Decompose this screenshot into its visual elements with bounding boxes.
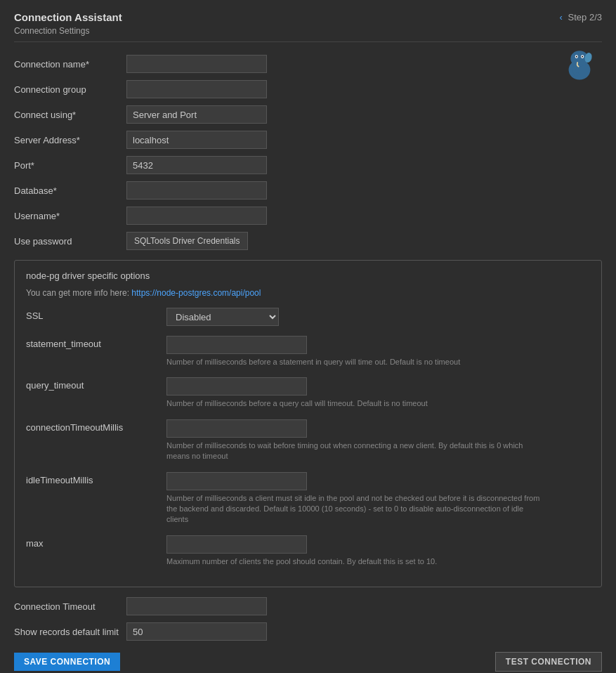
main-container: Connection Assistant ‹ Step 2/3 Connecti… — [0, 0, 616, 673]
connection-name-input[interactable] — [126, 55, 267, 73]
connection-timeout-label: Connection Timeout — [14, 601, 126, 612]
server-address-row: Server Address* — [14, 131, 602, 149]
header: Connection Assistant ‹ Step 2/3 — [14, 11, 602, 23]
idle-timeout-millis-input[interactable] — [166, 472, 307, 490]
max-input[interactable] — [166, 535, 307, 554]
idle-timeout-millis-hint: Number of milliseconds a client must sit… — [166, 493, 546, 525]
max-col: Maximum number of clients the pool shoul… — [166, 535, 437, 567]
max-label: max — [26, 535, 166, 549]
username-label: Username* — [14, 211, 126, 221]
connection-timeout-input[interactable] — [126, 597, 267, 615]
connection-timeout-millis-hint: Number of milliseconds to wait before ti… — [166, 440, 546, 462]
query-timeout-hint: Number of milliseconds before a query ca… — [166, 398, 428, 409]
form-area: Connection name* Connection group Connec… — [14, 55, 602, 672]
statement-timeout-input[interactable] — [166, 336, 307, 354]
driver-info-prefix: You can get more info here: — [26, 288, 131, 298]
statement-timeout-label: statement_timeout — [26, 336, 166, 349]
svg-point-4 — [576, 56, 577, 58]
statement-timeout-row: statement_timeout Number of milliseconds… — [26, 336, 590, 367]
svg-point-5 — [582, 56, 583, 58]
driver-info-link[interactable]: https://node-postgres.com/api/pool — [131, 288, 261, 298]
pg-logo — [560, 48, 602, 90]
database-row: Database* — [14, 181, 602, 200]
database-label: Database* — [14, 185, 126, 196]
back-arrow[interactable]: ‹ — [560, 12, 563, 22]
ssl-row: SSL Disabled Enabled — [26, 308, 590, 326]
query-timeout-col: Number of milliseconds before a query ca… — [166, 377, 428, 409]
connection-timeout-millis-label: connectionTimeoutMillis — [26, 419, 166, 433]
show-records-input[interactable] — [126, 622, 267, 641]
username-row: Username* — [14, 207, 602, 225]
database-input[interactable] — [126, 181, 267, 200]
connect-using-label: Connect using* — [14, 110, 126, 120]
connection-timeout-millis-col: Number of milliseconds to wait before ti… — [166, 419, 546, 462]
server-address-input[interactable] — [126, 131, 267, 149]
connection-group-input[interactable] — [126, 80, 267, 98]
connection-name-row: Connection name* — [14, 55, 602, 73]
connection-timeout-millis-row: connectionTimeoutMillis Number of millis… — [26, 419, 590, 462]
port-label: Port* — [14, 160, 126, 171]
connect-using-row: Connect using* — [14, 105, 602, 124]
connection-group-row: Connection group — [14, 80, 602, 98]
step-area: ‹ Step 2/3 — [560, 12, 602, 22]
show-records-row: Show records default limit — [14, 622, 602, 641]
step-indicator: Step 2/3 — [568, 12, 602, 22]
ssl-label: SSL — [26, 308, 166, 321]
connection-group-label: Connection group — [14, 84, 126, 95]
page-title: Connection Assistant — [14, 11, 122, 23]
query-timeout-row: query_timeout Number of milliseconds bef… — [26, 377, 590, 409]
ssl-select[interactable]: Disabled Enabled — [166, 308, 279, 326]
connection-timeout-millis-input[interactable] — [166, 419, 307, 438]
use-password-button[interactable]: SQLTools Driver Credentials — [126, 232, 248, 250]
subheader: Connection Settings — [14, 26, 602, 42]
connect-using-input[interactable] — [126, 105, 267, 124]
show-records-label: Show records default limit — [14, 627, 126, 637]
driver-options-title: node-pg driver specific options — [26, 270, 590, 281]
username-input[interactable] — [126, 207, 267, 225]
max-row: max Maximum number of clients the pool s… — [26, 535, 590, 567]
use-password-label: Use password — [14, 236, 126, 247]
port-row: Port* — [14, 156, 602, 174]
connection-name-label: Connection name* — [14, 59, 126, 70]
query-timeout-label: query_timeout — [26, 377, 166, 391]
idle-timeout-millis-row: idleTimeoutMillis Number of milliseconds… — [26, 472, 590, 525]
statement-timeout-hint: Number of milliseconds before a statemen… — [166, 357, 460, 367]
driver-options-box: node-pg driver specific options You can … — [14, 260, 602, 587]
idle-timeout-millis-label: idleTimeoutMillis — [26, 472, 166, 485]
statement-timeout-col: Number of milliseconds before a statemen… — [166, 336, 460, 367]
server-address-label: Server Address* — [14, 135, 126, 145]
port-input[interactable] — [126, 156, 267, 174]
save-connection-button[interactable]: SAVE CONNECTION — [14, 653, 120, 671]
max-hint: Maximum number of clients the pool shoul… — [166, 556, 437, 567]
test-connection-button[interactable]: TEST CONNECTION — [495, 652, 602, 672]
idle-timeout-millis-col: Number of milliseconds a client must sit… — [166, 472, 546, 525]
use-password-row: Use password SQLTools Driver Credentials — [14, 232, 602, 250]
connection-timeout-row: Connection Timeout — [14, 597, 602, 615]
ssl-input-col: Disabled Enabled — [166, 308, 279, 326]
footer-buttons: SAVE CONNECTION TEST CONNECTION — [14, 652, 602, 672]
query-timeout-input[interactable] — [166, 377, 307, 396]
driver-info-text: You can get more info here: https://node… — [26, 288, 590, 298]
